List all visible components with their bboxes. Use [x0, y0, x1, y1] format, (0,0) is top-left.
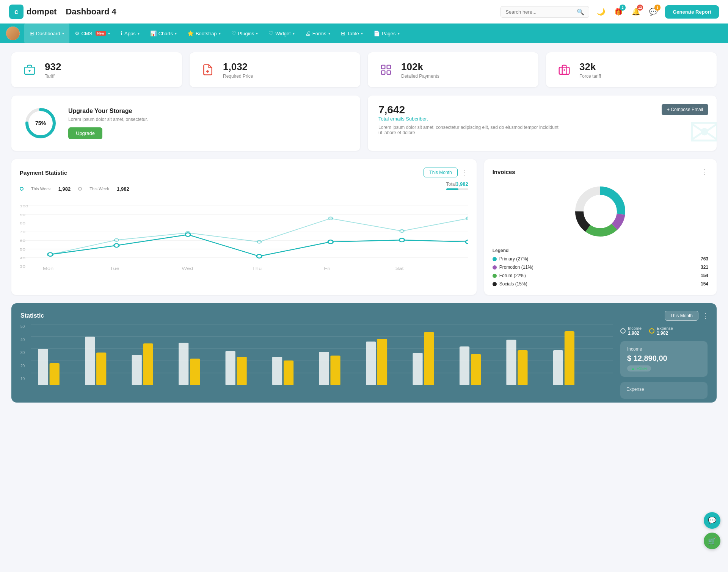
svg-text:Thu: Thu [252, 266, 262, 271]
legend-label-1: This Week [31, 186, 51, 191]
svg-point-31 [257, 240, 261, 243]
invoice-legend-primary: Primary (27%) 763 [493, 256, 708, 262]
statistic-title: Statistic [20, 312, 708, 319]
statistic-more-button[interactable]: ⋮ [702, 312, 709, 320]
primary-dot [493, 257, 497, 261]
primary-label: Primary (27%) [499, 256, 529, 262]
income-detail-box: Income $ 12,890,00 ▲ +15% [620, 341, 708, 377]
invoices-legend-heading: Legend [493, 248, 708, 253]
svg-text:Sat: Sat [395, 266, 404, 271]
svg-rect-76 [460, 346, 469, 385]
svg-text:50: 50 [20, 247, 26, 251]
tariff-label: Tariff [45, 74, 61, 79]
nav-label-widget: Widget [275, 31, 290, 36]
nav-label-cms: CMS [82, 31, 93, 36]
main-nav: ⊞ Dashboard ▾ ⚙ CMS New ▾ ℹ Apps ▾ 📊 Cha… [0, 24, 728, 43]
upgrade-button[interactable]: Upgrade [68, 127, 102, 139]
svg-rect-68 [272, 357, 282, 385]
invoices-more-button[interactable]: ⋮ [701, 168, 708, 176]
legend-dot-1 [20, 187, 24, 191]
email-subtitle: Total emails Subcriber. [378, 116, 706, 122]
svg-rect-66 [226, 351, 235, 385]
nav-item-dashboard[interactable]: ⊞ Dashboard ▾ [24, 24, 69, 43]
nav-item-table[interactable]: ⊞ Table ▾ [336, 24, 368, 43]
invoice-legend-promotion: Promotion (11%) 321 [493, 265, 708, 270]
search-box[interactable]: 🔍 [500, 6, 589, 18]
socials-dot [493, 282, 497, 286]
bell-icon[interactable]: 🔔12 [630, 6, 642, 17]
expense-legend: Expense 1,982 [649, 326, 673, 336]
nav-item-widget[interactable]: ♡ Widget ▾ [263, 24, 300, 43]
svg-text:Tue: Tue [110, 266, 119, 271]
gift-icon[interactable]: 🎁2 [613, 6, 624, 17]
statistic-right-panel: Income 1,982 Expense 1,982 Income $ [620, 324, 708, 399]
tariff-value: 932 [45, 61, 61, 73]
statistic-this-month-button[interactable]: This Month [665, 311, 698, 321]
y-label-20: 20 [20, 364, 25, 368]
generate-report-button[interactable]: Generate Report [665, 5, 719, 19]
nav-chevron-apps: ▾ [138, 31, 140, 36]
dark-mode-toggle[interactable]: 🌙 [595, 6, 607, 17]
payment-chart-controls: This Month ⋮ [424, 168, 468, 177]
nav-item-plugins[interactable]: ♡ Plugins ▾ [226, 24, 264, 43]
svg-rect-7 [381, 71, 385, 74]
nav-item-charts[interactable]: 📊 Charts ▾ [145, 24, 182, 43]
nav-label-plugins: Plugins [238, 31, 254, 36]
stat-card-required-price: 1,032 Required Price [190, 52, 360, 87]
payment-chart-more-button[interactable]: ⋮ [461, 168, 468, 177]
nav-label-forms: Forms [312, 31, 326, 36]
svg-rect-58 [38, 349, 48, 385]
svg-point-36 [114, 244, 119, 248]
required-price-label: Required Price [223, 74, 253, 79]
nav-item-cms[interactable]: ⚙ CMS New ▾ [69, 24, 115, 43]
socials-label: Socials (15%) [499, 281, 527, 287]
svg-rect-65 [190, 359, 200, 385]
y-label-40: 40 [20, 338, 25, 342]
nav-chevron-forms: ▾ [328, 31, 330, 36]
expense-legend-val: 1,982 [657, 331, 673, 336]
income-badge-text: +15% [637, 366, 647, 371]
svg-rect-79 [518, 350, 527, 385]
nav-item-pages[interactable]: 📄 Pages ▾ [368, 24, 405, 43]
svg-point-40 [399, 238, 404, 242]
nav-item-bootstrap[interactable]: ⭐ Bootstrap ▾ [182, 24, 226, 43]
search-input[interactable] [505, 9, 574, 15]
svg-point-32 [328, 217, 333, 220]
invoices-donut [493, 181, 708, 242]
income-box-value: $ 12,890,00 [627, 354, 701, 363]
svg-text:90: 90 [20, 213, 26, 217]
nav-chevron-bootstrap: ▾ [219, 31, 221, 36]
svg-text:Mon: Mon [42, 266, 53, 271]
nav-label-apps: Apps [124, 31, 136, 36]
detailed-payments-label: Detalled Payments [401, 74, 439, 79]
detailed-payments-icon [377, 61, 395, 79]
promotion-value: 321 [701, 265, 708, 270]
statistic-legend-row: Income 1,982 Expense 1,982 [620, 326, 708, 336]
nav-avatar [6, 27, 20, 40]
invoices-title: Invoices [493, 169, 515, 175]
svg-point-29 [115, 238, 119, 241]
bar-chart-container [31, 324, 613, 386]
chat-icon[interactable]: 💬5 [648, 6, 659, 17]
required-price-icon [199, 61, 217, 79]
legend-label-2: This Week [89, 186, 109, 191]
nav-item-forms[interactable]: 🖨 Forms ▾ [300, 24, 336, 43]
nav-item-apps[interactable]: ℹ Apps ▾ [115, 24, 145, 43]
svg-rect-73 [377, 339, 387, 385]
this-month-button[interactable]: This Month [424, 168, 457, 177]
svg-rect-60 [85, 337, 95, 385]
svg-text:60: 60 [20, 238, 26, 243]
svg-text:30: 30 [20, 264, 26, 268]
socials-value: 154 [701, 281, 708, 287]
svg-point-35 [48, 253, 53, 257]
email-number: 7,642 [378, 104, 706, 116]
income-legend-label: Income [628, 326, 642, 331]
search-icon[interactable]: 🔍 [577, 8, 584, 16]
svg-rect-6 [387, 65, 391, 69]
nav-label-charts: Charts [158, 31, 173, 36]
bell-badge: 12 [637, 5, 643, 11]
expense-legend-label: Expense [657, 326, 673, 331]
expense-detail-box: Expense [620, 382, 708, 399]
income-legend-val: 1,982 [628, 331, 642, 336]
force-tariff-icon [555, 61, 573, 79]
